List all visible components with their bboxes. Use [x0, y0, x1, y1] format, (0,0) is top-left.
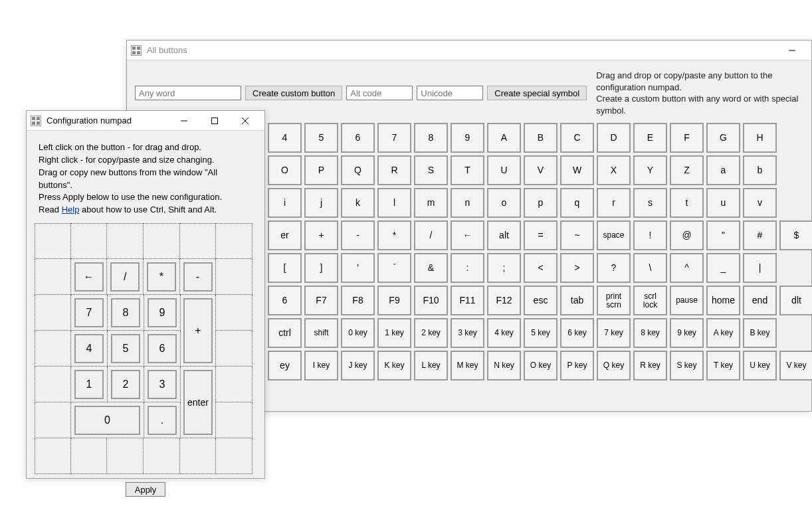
keygrid-button[interactable]: a — [706, 155, 740, 185]
key-4[interactable]: 4 — [74, 334, 104, 363]
keygrid-button[interactable]: 2 key — [414, 318, 448, 348]
numpad-slot-empty[interactable] — [216, 259, 253, 295]
keygrid-button[interactable]: \ — [633, 253, 667, 283]
keygrid-button[interactable]: shift — [304, 318, 338, 348]
keygrid-button[interactable]: s — [633, 188, 667, 218]
keygrid-button[interactable]: J key — [341, 351, 375, 380]
keygrid-button[interactable]: 4 key — [487, 318, 521, 348]
keygrid-button[interactable]: $ — [779, 220, 812, 250]
keygrid-button[interactable]: tab — [560, 286, 594, 315]
keygrid-button[interactable]: < — [524, 253, 558, 283]
keygrid-button[interactable]: ~ — [560, 220, 594, 250]
numpad-slot-0[interactable]: 0 — [71, 402, 144, 438]
keygrid-button[interactable]: ; — [487, 253, 521, 283]
numpad-slot-empty[interactable] — [180, 223, 217, 259]
keygrid-button[interactable]: " — [706, 220, 740, 250]
keygrid-button[interactable]: E — [633, 123, 667, 153]
keygrid-button[interactable]: 9 — [451, 123, 484, 153]
keygrid-button[interactable]: C — [560, 123, 594, 153]
keygrid-button[interactable]: O — [268, 155, 302, 185]
keygrid-button[interactable]: # — [743, 220, 777, 250]
numpad-slot-8[interactable]: 8 — [108, 295, 144, 331]
numpad-slot-empty[interactable] — [35, 223, 71, 259]
keygrid-button[interactable]: X — [597, 155, 631, 185]
keygrid-button[interactable]: k — [341, 188, 375, 218]
key-divide[interactable]: / — [110, 262, 140, 292]
unicode-input[interactable] — [417, 86, 483, 100]
keygrid-button[interactable]: 6 — [341, 123, 375, 153]
help-link[interactable]: Help — [62, 205, 80, 214]
keygrid-button[interactable]: er — [268, 220, 302, 250]
keygrid-button[interactable]: D — [597, 123, 631, 153]
keygrid-button[interactable]: 8 key — [633, 318, 667, 348]
numpad-slot-5[interactable]: 5 — [108, 331, 144, 367]
key-1[interactable]: 1 — [74, 370, 104, 399]
keygrid-button[interactable]: 4 — [268, 123, 302, 153]
keygrid-button[interactable]: ] — [304, 253, 338, 283]
key-multiply[interactable]: * — [147, 262, 176, 292]
create-custom-button[interactable]: Create custom button — [245, 86, 342, 100]
numpad-slot-empty[interactable] — [71, 223, 108, 259]
keygrid-button[interactable]: print scrn — [597, 286, 631, 315]
keygrid-button[interactable]: 5 — [304, 123, 338, 153]
keygrid-button[interactable]: ? — [597, 253, 631, 283]
keygrid-button[interactable]: 9 key — [670, 318, 704, 348]
titlebar-all-buttons[interactable]: All buttons — [127, 41, 811, 60]
alt-code-input[interactable] — [346, 86, 413, 100]
keygrid-button[interactable]: O key — [524, 351, 558, 380]
keygrid-button[interactable]: space — [597, 220, 631, 250]
numpad-slot-7[interactable]: 7 — [71, 295, 108, 331]
numpad-slot-6[interactable]: 6 — [144, 331, 181, 367]
maximize-button[interactable] — [199, 111, 230, 130]
keygrid-button[interactable]: Y — [633, 155, 667, 185]
numpad-slot-empty[interactable] — [216, 223, 253, 259]
keygrid-button[interactable]: F12 — [487, 286, 521, 315]
numpad-slot-2[interactable]: 2 — [108, 367, 144, 402]
keygrid-button[interactable]: [ — [268, 253, 302, 283]
keygrid-button[interactable]: home — [706, 286, 740, 315]
keygrid-button[interactable]: H — [743, 123, 777, 153]
keygrid-button[interactable]: U key — [743, 351, 777, 380]
keygrid-button[interactable]: 7 key — [597, 318, 631, 348]
keygrid-button[interactable]: U — [487, 155, 521, 185]
keygrid-button[interactable]: * — [377, 220, 411, 250]
key-2[interactable]: 2 — [111, 370, 140, 399]
keygrid-button[interactable]: t — [670, 188, 704, 218]
keygrid-button[interactable]: u — [706, 188, 740, 218]
key-6[interactable]: 6 — [148, 334, 177, 363]
keygrid-button[interactable]: T key — [706, 351, 740, 380]
numpad-slot-empty[interactable] — [35, 259, 71, 295]
keygrid-button[interactable]: dlt — [779, 286, 812, 315]
numpad-slot-empty[interactable] — [107, 438, 144, 474]
apply-button[interactable]: Apply — [126, 482, 165, 497]
keygrid-button[interactable]: 6 key — [560, 318, 594, 348]
numpad-slot-div[interactable]: / — [107, 259, 144, 295]
keygrid-button[interactable]: p — [524, 188, 558, 218]
keygrid-button[interactable]: 8 — [414, 123, 448, 153]
numpad-slot-dot[interactable]: . — [144, 402, 181, 438]
keygrid-button[interactable]: N key — [487, 351, 521, 380]
keygrid-button[interactable]: G — [706, 123, 740, 153]
keygrid-button[interactable]: Q key — [597, 351, 631, 380]
keygrid-button[interactable]: = — [524, 220, 558, 250]
key-7[interactable]: 7 — [74, 298, 104, 327]
keygrid-button[interactable]: _ — [706, 253, 740, 283]
keygrid-button[interactable]: ^ — [670, 253, 704, 283]
keygrid-button[interactable]: S key — [670, 351, 704, 380]
close-button[interactable] — [230, 111, 260, 130]
minimize-button[interactable] — [777, 41, 807, 60]
key-subtract[interactable]: - — [183, 262, 213, 292]
numpad-slot-empty[interactable] — [35, 331, 71, 367]
keygrid-button[interactable]: ← — [451, 220, 484, 250]
keygrid-button[interactable]: P key — [560, 351, 594, 380]
keygrid-button[interactable]: R — [377, 155, 411, 185]
key-5[interactable]: 5 — [111, 334, 140, 363]
keygrid-button[interactable]: M key — [451, 351, 484, 380]
key-8[interactable]: 8 — [111, 298, 140, 327]
keygrid-button[interactable]: > — [560, 253, 594, 283]
keygrid-button[interactable]: A key — [706, 318, 740, 348]
key-plus[interactable]: + — [183, 298, 213, 363]
keygrid-button[interactable]: l — [377, 188, 411, 218]
key-0[interactable]: 0 — [74, 406, 140, 435]
numpad-slot-3[interactable]: 3 — [144, 367, 181, 402]
